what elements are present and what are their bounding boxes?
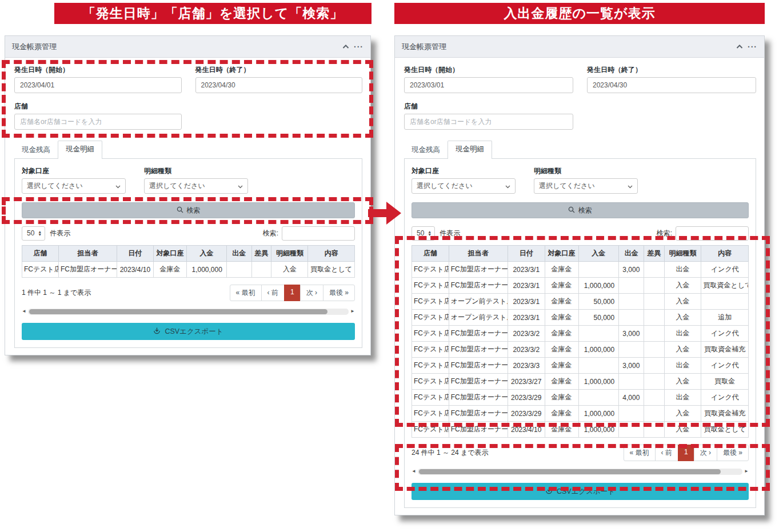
table-row: FCテスト店FC加盟店オーナー2023/3/1金庫金3,000出金インク代 <box>412 262 749 278</box>
table-header-cell: 対象口座 <box>153 246 186 262</box>
scrollbar-thumb[interactable] <box>419 469 721 474</box>
pager-page-1[interactable]: 1 <box>284 285 301 301</box>
table-cell: 1,000,000 <box>578 278 619 294</box>
table-header-cell: 内容 <box>308 246 355 262</box>
pager-next[interactable]: 次 › <box>694 445 717 461</box>
table-cell: 50,000 <box>578 310 619 326</box>
cash-detail-table: 店舗担当者日付対象口座入金出金差異明細種類内容 FCテスト店FC加盟店オーナー2… <box>22 245 355 278</box>
search-button[interactable]: 検索 <box>412 202 749 218</box>
pager-prev[interactable]: ‹ 前 <box>261 285 285 301</box>
table-cell: 金庫金 <box>545 326 578 342</box>
date-end-input[interactable] <box>587 77 756 93</box>
panel-body: 発生日時（開始） 発生日時（終了） 店舗 現金残高 現金明細 <box>395 58 764 515</box>
pager-next[interactable]: 次 › <box>300 285 323 301</box>
tab-cash-balance[interactable]: 現金残高 <box>404 142 448 158</box>
table-cell: 出金 <box>664 326 701 342</box>
cash-report-panel-before: 現金帳票管理 ··· 発生日時（開始） 発生日時（終了） <box>5 35 371 355</box>
account-select[interactable]: 選択してください <box>412 178 516 194</box>
panel-menu-ellipsis-icon[interactable]: ··· <box>748 44 757 50</box>
table-cell <box>578 390 619 406</box>
date-start-input[interactable] <box>14 77 182 93</box>
table-cell: インク代 <box>701 358 749 374</box>
pager-last[interactable]: 最後 » <box>323 285 355 301</box>
page-size-select[interactable]: 50 ▲▼ <box>22 226 45 241</box>
table-row: FCテスト店FC加盟店オーナー2023/3/1金庫金1,000,000入金買取資… <box>412 278 749 294</box>
table-filter-input[interactable] <box>676 226 749 241</box>
detail-type-select[interactable]: 選択してください <box>534 178 638 194</box>
table-cell: 3,000 <box>619 358 644 374</box>
store-input[interactable] <box>404 114 573 130</box>
csv-export-button[interactable]: CSVエクスポート <box>412 483 749 500</box>
table-cell <box>644 278 664 294</box>
pager-page-1[interactable]: 1 <box>678 445 694 461</box>
table-header-cell: 内容 <box>701 246 749 262</box>
date-start-input[interactable] <box>404 77 573 93</box>
table-cell: 2023/3/2 <box>508 326 545 342</box>
table-header-cell: 担当者 <box>59 246 117 262</box>
horizontal-scrollbar[interactable]: ◄ ► <box>22 308 355 315</box>
page-size-select[interactable]: 50 ▲▼ <box>412 226 435 241</box>
pager-last[interactable]: 最後 » <box>717 445 749 461</box>
table-header-cell: 差異 <box>251 246 271 262</box>
search-button[interactable]: 検索 <box>22 202 355 218</box>
table-row: FCテスト店FC加盟店オーナー2023/3/3金庫金3,000出金インク代 <box>412 358 749 374</box>
table-cell: 1,000,000 <box>578 342 619 358</box>
table-cell <box>619 422 644 438</box>
table-cell: 2023/3/29 <box>508 406 545 422</box>
spinner-arrows-icon: ▲▼ <box>428 230 432 236</box>
table-cell <box>644 390 664 406</box>
panel-title: 現金帳票管理 <box>402 42 736 52</box>
table-header-cell: 明細種類 <box>271 246 308 262</box>
tab-bar: 現金残高 現金明細 <box>404 142 756 158</box>
chevron-down-icon <box>628 182 633 190</box>
chevron-down-icon <box>238 182 243 190</box>
select-value: 選択してください <box>417 181 473 191</box>
scroll-left-icon[interactable]: ◄ <box>22 308 26 315</box>
table-filter-input[interactable] <box>282 226 355 241</box>
table-cell: 2023/4/10 <box>508 422 545 438</box>
panel-header: 現金帳票管理 ··· <box>5 36 370 58</box>
table-row: FCテスト店FC加盟店オーナー2023/3/2金庫金1,000,000入金買取資… <box>412 342 749 358</box>
scroll-left-icon[interactable]: ◄ <box>412 468 416 475</box>
table-cell: 50,000 <box>578 294 619 310</box>
tab-cash-detail[interactable]: 現金明細 <box>448 141 492 159</box>
table-header-cell: 入金 <box>578 246 619 262</box>
detail-type-select[interactable]: 選択してください <box>144 178 248 194</box>
table-cell: 2023/3/3 <box>508 358 545 374</box>
pager-first[interactable]: « 最初 <box>624 445 656 461</box>
pager-prev[interactable]: ‹ 前 <box>655 445 678 461</box>
table-cell: インク代 <box>701 390 749 406</box>
scrollbar-track[interactable] <box>28 309 349 315</box>
panel-menu-ellipsis-icon[interactable]: ··· <box>354 44 363 50</box>
scroll-right-icon[interactable]: ► <box>744 468 749 475</box>
tab-cash-balance[interactable]: 現金残高 <box>14 142 58 158</box>
date-end-label: 発生日時（終了） <box>195 65 363 75</box>
store-input[interactable] <box>14 114 182 130</box>
table-cell <box>226 262 251 278</box>
tab-cash-detail[interactable]: 現金明細 <box>58 141 102 159</box>
pager-first[interactable]: « 最初 <box>230 285 262 301</box>
scrollbar-track[interactable] <box>418 469 742 475</box>
scrollbar-thumb[interactable] <box>29 309 327 314</box>
table-cell: 2023/3/2 <box>508 342 545 358</box>
horizontal-scrollbar[interactable]: ◄ ► <box>412 468 749 475</box>
date-end-input[interactable] <box>195 77 363 93</box>
panel-title: 現金帳票管理 <box>12 42 342 52</box>
table-header-cell: 日付 <box>117 246 153 262</box>
scroll-right-icon[interactable]: ► <box>350 308 355 315</box>
table-cell: 買取資金補充 <box>701 342 749 358</box>
table-cell: 入金 <box>664 342 701 358</box>
table-header-cell: 日付 <box>508 246 545 262</box>
table-cell: 入金 <box>664 406 701 422</box>
tab-pane: 対象口座 選択してください 明細種類 選択してください <box>404 158 756 508</box>
collapse-chevron-up-icon[interactable] <box>342 44 349 50</box>
table-cell: FC加盟店オーナー <box>449 390 508 406</box>
table-cell: 出金 <box>664 262 701 278</box>
table-cell: 金庫金 <box>153 262 186 278</box>
table-cell: FC加盟店オーナー <box>449 406 508 422</box>
csv-export-button[interactable]: CSVエクスポート <box>22 323 355 340</box>
table-cell: 2023/3/27 <box>508 374 545 390</box>
account-select[interactable]: 選択してください <box>22 178 126 194</box>
collapse-chevron-up-icon[interactable] <box>736 44 743 50</box>
table-cell: 2023/3/1 <box>508 310 545 326</box>
